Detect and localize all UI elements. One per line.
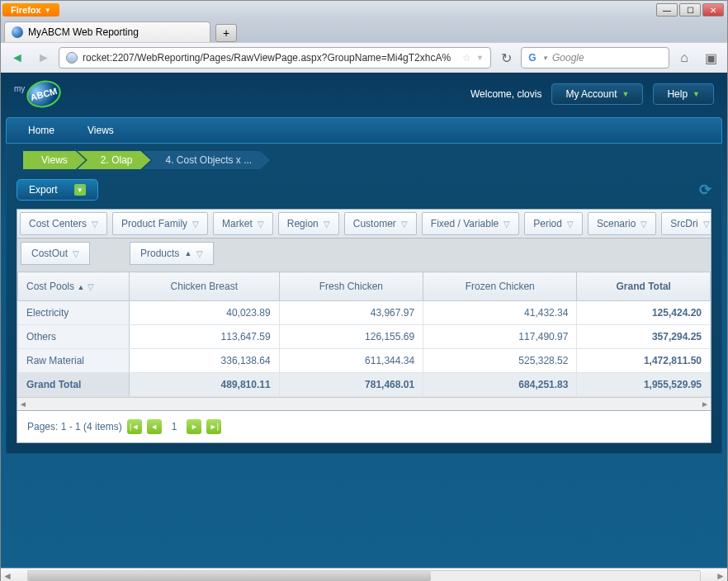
chevron-down-icon: ▼ [45, 7, 51, 14]
row-field-header[interactable]: Cost Pools ▲ ▽ [18, 272, 130, 301]
addon-button[interactable]: ▣ [699, 46, 722, 69]
app-header: my ABCM Welcome, clovis My Account ▼ Hel… [1, 73, 727, 112]
minimize-button[interactable]: — [656, 3, 678, 17]
measure-field[interactable]: CostOut ▽ [21, 242, 90, 265]
data-table: Cost Pools ▲ ▽ Chicken Breast Fresh Chic… [17, 272, 711, 397]
filter-pill[interactable]: Period▽ [524, 212, 583, 235]
table-row: Raw Material336,138.64611,344.34525,328.… [18, 349, 711, 373]
maximize-button[interactable]: ☐ [679, 3, 701, 17]
filter-label: Period [533, 218, 562, 229]
filter-label: Customer [353, 218, 396, 229]
breadcrumb-label: 4. Cost Objects x ... [166, 154, 253, 166]
scroll-right-icon[interactable]: ► [714, 570, 727, 582]
filter-pill[interactable]: Scenario▽ [588, 212, 656, 235]
search-bar[interactable]: G ▾ Google [521, 47, 669, 68]
chevron-down-icon: ▼ [693, 90, 700, 98]
funnel-icon: ▽ [324, 220, 330, 229]
funnel-icon: ▽ [87, 282, 94, 291]
grid-scrollbar[interactable]: ◄ ► [17, 397, 711, 410]
filter-pill[interactable]: Customer▽ [344, 212, 417, 235]
header-label: Chicken Breast [171, 281, 238, 292]
chevron-down-icon[interactable]: ▾ [543, 54, 547, 62]
main-menu: Home Views [6, 117, 722, 144]
cell: 336,138.64 [130, 349, 280, 373]
pager-prev-button[interactable]: ◄ [147, 419, 162, 434]
help-label: Help [667, 88, 688, 100]
close-button[interactable]: ✕ [702, 3, 724, 17]
star-icon[interactable]: ☆ [462, 52, 471, 64]
favicon-icon [12, 26, 23, 38]
cell: 1,955,529.95 [577, 373, 711, 397]
filter-pill[interactable]: Market▽ [213, 212, 273, 235]
column-header[interactable]: Frozen Chicken [423, 272, 577, 301]
breadcrumb-item[interactable]: Views [23, 151, 86, 169]
row-label[interactable]: Electricity [18, 301, 130, 325]
browser-scrollbar[interactable]: ◄ ► [1, 568, 727, 581]
refresh-button[interactable]: ⟳ [699, 181, 711, 199]
breadcrumb-label: 2. Olap [101, 154, 133, 166]
header-label: Grand Total [616, 281, 670, 292]
pager-next-button[interactable]: ► [187, 419, 201, 434]
browser-tab[interactable]: MyABCM Web Reporting [4, 21, 210, 42]
row-label[interactable]: Others [18, 325, 130, 349]
filter-label: Market [222, 218, 253, 229]
scroll-right-icon[interactable]: ► [701, 399, 709, 409]
column-field[interactable]: Products ▲ ▽ [130, 242, 214, 265]
funnel-icon: ▽ [192, 220, 199, 229]
row-label[interactable]: Raw Material [18, 349, 130, 373]
table-row: Others113,647.59126,155.69117,490.97357,… [18, 325, 711, 349]
browser-menubar: Firefox ▼ — ☐ ✕ [1, 1, 727, 19]
url-bar[interactable]: rocket:2207/WebReporting/Pages/RawViewPa… [59, 47, 491, 68]
cell: 41,432.34 [423, 301, 577, 325]
filter-row: Cost Centers▽Product Family▽Market▽Regio… [17, 210, 711, 239]
filter-pill[interactable]: Product Family▽ [112, 212, 208, 235]
cell: 117,490.97 [423, 325, 577, 349]
pager: Pages: 1 - 1 (4 items) |◄ ◄ 1 ► ►| [17, 411, 711, 443]
breadcrumb: Views 2. Olap 4. Cost Objects x ... [7, 144, 721, 174]
filter-pill[interactable]: Fixed / Variable▽ [422, 212, 519, 235]
home-button[interactable]: ⌂ [673, 46, 696, 69]
pager-text: Pages: 1 - 1 (4 items) [27, 421, 122, 432]
pager-first-button[interactable]: |◄ [127, 419, 142, 434]
firefox-menu-button[interactable]: Firefox ▼ [2, 3, 59, 17]
menu-home[interactable]: Home [12, 118, 71, 143]
column-header-total[interactable]: Grand Total [577, 272, 711, 301]
funnel-icon: ▽ [73, 249, 79, 258]
pivot-grid: Cost Centers▽Product Family▽Market▽Regio… [17, 209, 711, 411]
pager-last-button[interactable]: ►| [206, 419, 221, 434]
help-button[interactable]: Help ▼ [653, 83, 714, 105]
menu-views[interactable]: Views [71, 118, 130, 143]
scroll-left-icon[interactable]: ◄ [1, 570, 14, 582]
breadcrumb-label: Views [41, 154, 68, 166]
sort-asc-icon: ▲ [77, 283, 84, 291]
cell: 489,810.11 [130, 373, 280, 397]
filter-label: SrcDri [670, 218, 697, 229]
logo[interactable]: my ABCM [14, 81, 61, 107]
breadcrumb-item-current[interactable]: 4. Cost Objects x ... [143, 151, 271, 169]
my-account-button[interactable]: My Account ▼ [551, 83, 643, 105]
browser-window: Firefox ▼ — ☐ ✕ MyABCM Web Reporting + ◄… [0, 0, 728, 581]
column-header[interactable]: Fresh Chicken [279, 272, 423, 301]
search-placeholder: Google [552, 52, 584, 64]
filter-label: Scenario [597, 218, 636, 229]
export-button[interactable]: Export ▼ [17, 179, 98, 201]
scroll-left-icon[interactable]: ◄ [19, 399, 27, 409]
filter-pill[interactable]: Region▽ [278, 212, 339, 235]
back-button[interactable]: ◄ [6, 46, 29, 69]
filter-pill[interactable]: Cost Centers▽ [20, 212, 107, 235]
scroll-track[interactable] [27, 570, 701, 582]
column-header[interactable]: Chicken Breast [130, 272, 280, 301]
chevron-down-icon: ▼ [74, 184, 86, 196]
row-field-label: Cost Pools [26, 281, 74, 292]
dropdown-icon[interactable]: ▼ [476, 54, 484, 62]
reload-button[interactable]: ↻ [494, 46, 518, 69]
funnel-icon: ▽ [703, 220, 710, 229]
new-tab-button[interactable]: + [215, 24, 237, 42]
breadcrumb-item[interactable]: 2. Olap [78, 151, 151, 169]
export-label: Export [29, 184, 58, 196]
funnel-icon: ▽ [401, 220, 408, 229]
scroll-thumb[interactable] [28, 571, 431, 581]
filter-pill[interactable]: SrcDri▽ [661, 212, 711, 235]
forward-button[interactable]: ► [32, 46, 55, 69]
tab-title: MyABCM Web Reporting [28, 26, 139, 38]
